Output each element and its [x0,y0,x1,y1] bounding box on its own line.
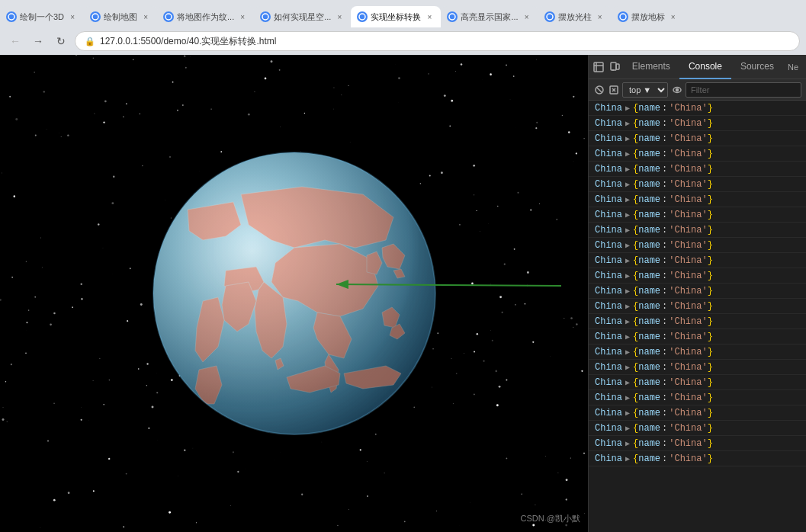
console-eye-btn[interactable] [671,82,682,98]
devtools-inspect-btn[interactable] [592,58,605,76]
entry-prop-key: name [638,149,660,159]
console-entry[interactable]: China ▶ { name : 'China' } [589,192,806,207]
entry-open-brace: { [633,271,638,281]
expand-arrow[interactable]: ▶ [625,195,630,204]
expand-arrow[interactable]: ▶ [625,378,630,387]
tab-7[interactable]: 摆放光柱 × [538,6,612,27]
console-entry[interactable]: China ▶ { name : 'China' } [589,451,806,466]
expand-arrow[interactable]: ▶ [625,332,630,341]
entry-close-brace: } [708,393,713,403]
entry-open-brace: { [633,118,638,129]
expand-arrow[interactable]: ▶ [625,287,630,296]
svg-point-3 [262,14,268,20]
console-block-btn[interactable] [608,82,619,98]
console-entry[interactable]: China ▶ { name : 'China' } [589,345,806,360]
tab-close-3[interactable]: × [237,11,248,22]
tab-5[interactable]: 实现坐标转换 × [351,6,441,27]
expand-arrow[interactable]: ▶ [625,180,630,189]
expand-arrow[interactable]: ▶ [625,454,630,463]
console-entry[interactable]: China ▶ { name : 'China' } [589,162,806,177]
expand-arrow[interactable]: ▶ [625,119,630,128]
console-entry[interactable]: China ▶ { name : 'China' } [589,436,806,451]
console-entry[interactable]: China ▶ { name : 'China' } [589,360,806,375]
console-entry[interactable]: China ▶ { name : 'China' } [589,284,806,299]
console-entry[interactable]: China ▶ { name : 'China' } [589,375,806,390]
forward-button[interactable]: → [29,32,47,50]
tab-1[interactable]: 绘制一个3D × [0,6,84,27]
entry-close-brace: } [708,179,713,190]
entry-key: China [595,271,622,281]
tab-2[interactable]: 绘制地图 × [84,6,157,27]
entry-prop-key: name [638,347,660,357]
console-entry[interactable]: China ▶ { name : 'China' } [589,314,806,329]
tab-close-1[interactable]: × [67,11,78,22]
console-entry[interactable]: China ▶ { name : 'China' } [589,268,806,284]
tab-close-7[interactable]: × [595,11,605,22]
devtools-device-btn[interactable] [607,58,621,76]
console-entry[interactable]: China ▶ { name : 'China' } [589,421,806,436]
console-clear-btn[interactable] [593,82,605,98]
console-toolbar: top ▼ [589,79,806,101]
entry-close-brace: } [708,225,713,236]
console-entry[interactable]: China ▶ { name : 'China' } [589,223,806,238]
tab-console[interactable]: Console [679,55,731,79]
entry-key: China [595,225,622,236]
tab-close-5[interactable]: × [424,11,435,22]
tab-close-8[interactable]: × [668,11,679,22]
expand-arrow[interactable]: ▶ [625,363,630,372]
tab-label-4: 如何实现星空... [274,11,331,23]
tab-6[interactable]: 高亮显示国家... × [441,6,538,27]
expand-arrow[interactable]: ▶ [625,134,630,143]
expand-arrow[interactable]: ▶ [625,241,630,250]
console-entry[interactable]: China ▶ { name : 'China' } [589,116,806,131]
console-entry[interactable]: China ▶ { name : 'China' } [589,238,806,253]
tab-close-2[interactable]: × [140,11,151,22]
entry-prop-key: name [638,271,660,281]
tab-more[interactable]: Ne [783,62,803,72]
entry-value: 'China' [669,118,707,129]
console-entry[interactable]: China ▶ { name : 'China' } [589,253,806,268]
expand-arrow[interactable]: ▶ [625,302,630,311]
tab-sources[interactable]: Sources [731,55,783,79]
expand-arrow[interactable]: ▶ [625,393,630,402]
tab-elements[interactable]: Elements [623,55,679,79]
console-level-select[interactable]: top ▼ [622,82,668,98]
entry-value: 'China' [669,286,707,296]
console-entry[interactable]: China ▶ { name : 'China' } [589,131,806,146]
refresh-button[interactable]: ↻ [52,32,70,50]
expand-arrow[interactable]: ▶ [625,439,630,448]
entry-open-brace: { [633,377,638,388]
expand-arrow[interactable]: ▶ [625,226,630,235]
expand-arrow[interactable]: ▶ [625,424,630,433]
expand-arrow[interactable]: ▶ [625,409,630,418]
console-entry[interactable]: China ▶ { name : 'China' } [589,299,806,314]
tab-label-2: 绘制地图 [104,11,137,23]
tab-close-6[interactable]: × [522,11,532,22]
tab-8[interactable]: 摆放地标 × [612,6,685,27]
console-entry[interactable]: China ▶ { name : 'China' } [589,329,806,345]
console-entry[interactable]: China ▶ { name : 'China' } [589,390,806,405]
expand-arrow[interactable]: ▶ [625,104,630,113]
tab-3[interactable]: 将地图作为纹... × [157,6,254,27]
console-filter-input[interactable] [686,82,801,98]
back-button[interactable]: ← [6,32,24,50]
expand-arrow[interactable]: ▶ [625,149,630,159]
expand-arrow[interactable]: ▶ [625,165,630,174]
expand-arrow[interactable]: ▶ [625,210,630,220]
console-entry[interactable]: China ▶ { name : 'China' } [589,146,806,162]
address-input[interactable]: 🔒 127.0.0.1:5500/demo/40.实现坐标转换.html [75,31,800,51]
expand-arrow[interactable]: ▶ [625,317,630,326]
tab-close-4[interactable]: × [334,11,345,22]
expand-arrow[interactable]: ▶ [625,348,630,357]
entry-close-brace: } [708,408,713,418]
console-entry[interactable]: China ▶ { name : 'China' } [589,207,806,223]
console-entry[interactable]: China ▶ { name : 'China' } [589,177,806,192]
entry-open-brace: { [633,240,638,251]
console-output: China ▶ { name : 'China' } China ▶ { nam… [589,101,806,532]
console-entry[interactable]: China ▶ { name : 'China' } [589,405,806,421]
expand-arrow[interactable]: ▶ [625,271,630,280]
tab-4[interactable]: 如何实现星空... × [254,6,351,27]
expand-arrow[interactable]: ▶ [625,256,630,265]
devtools-tabs: Elements Console Sources Ne [623,55,803,79]
console-entry[interactable]: China ▶ { name : 'China' } [589,101,806,116]
